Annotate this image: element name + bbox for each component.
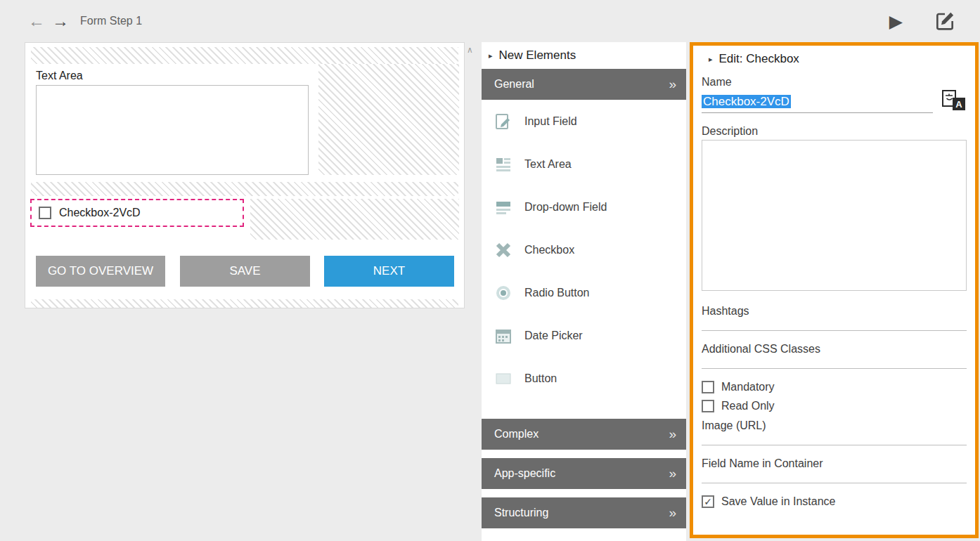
- new-elements-palette: ▸ New Elements General » Input Field: [482, 42, 686, 541]
- radio-button-icon: [494, 284, 512, 302]
- section-header-general[interactable]: General »: [482, 69, 686, 100]
- hatched-dropzone-top: [31, 47, 458, 64]
- palette-item-dropdown-field[interactable]: Drop-down Field: [482, 185, 686, 228]
- collapse-chevron-icon: »: [669, 77, 676, 92]
- collapse-chevron-icon: »: [669, 466, 676, 481]
- save-value-label: Save Value in Instance: [721, 495, 835, 508]
- scroll-up-icon[interactable]: ∧: [467, 45, 473, 55]
- palette-item-checkbox[interactable]: Checkbox: [482, 228, 686, 271]
- palette-item-label: Button: [524, 372, 557, 385]
- mandatory-label: Mandatory: [721, 381, 775, 393]
- readonly-checkbox-row[interactable]: Read Only: [702, 400, 967, 412]
- edit-panel-title: Edit: Checkbox: [719, 52, 799, 66]
- palette-item-date-picker[interactable]: Date Picker: [482, 314, 686, 357]
- section-header-complex[interactable]: Complex »: [482, 419, 686, 450]
- palette-item-label: Text Area: [524, 158, 572, 171]
- hatched-dropzone-right-2: [250, 199, 459, 240]
- svg-text:A: A: [955, 99, 962, 110]
- palette-item-label: Checkbox: [524, 244, 574, 256]
- hashtags-label: Hashtags: [702, 304, 967, 318]
- new-elements-title: New Elements: [499, 48, 576, 63]
- image-url-label: Image (URL): [702, 419, 967, 433]
- mandatory-checkbox-row[interactable]: Mandatory: [702, 381, 967, 393]
- topbar: ← → Form Step 1 ▶: [0, 0, 980, 42]
- button-icon: [494, 370, 512, 388]
- textarea-field-preview[interactable]: [36, 85, 309, 175]
- page-title: Form Step 1: [80, 15, 142, 27]
- palette-item-label: Input Field: [524, 115, 577, 128]
- palette-item-radio-button[interactable]: Radio Button: [482, 271, 686, 314]
- palette-item-label: Date Picker: [524, 330, 583, 342]
- topbar-actions: ▶: [889, 10, 956, 32]
- forward-arrow-icon[interactable]: →: [52, 13, 69, 30]
- name-input[interactable]: Checkbox-2VcD: [702, 93, 933, 113]
- go-to-overview-button[interactable]: GO TO OVERVIEW: [36, 256, 165, 287]
- triangle-right-icon: ▸: [709, 55, 713, 64]
- edit-panel-header[interactable]: ▸ Edit: Checkbox: [702, 46, 967, 72]
- checkbox-icon: [494, 241, 512, 259]
- section-structuring-label: Structuring: [494, 507, 548, 519]
- palette-item-input-field[interactable]: Input Field: [482, 100, 686, 143]
- translate-icon[interactable]: A: [941, 89, 967, 112]
- description-label: Description: [702, 124, 967, 138]
- mandatory-checkbox[interactable]: [702, 381, 714, 393]
- text-area-icon: [494, 155, 512, 174]
- name-label: Name: [702, 75, 967, 89]
- input-field-icon: [494, 112, 512, 131]
- edit-compose-icon[interactable]: [934, 10, 956, 32]
- form-preview-canvas: Text Area Checkbox-2VcD GO TO OVERVIEW S…: [25, 42, 465, 308]
- selected-checkbox-element[interactable]: Checkbox-2VcD: [30, 199, 244, 227]
- palette-item-button[interactable]: Button: [482, 357, 686, 400]
- palette-item-label: Drop-down Field: [524, 201, 607, 214]
- section-header-app-specific[interactable]: App-specific »: [482, 458, 686, 489]
- save-value-checkbox-row[interactable]: ✓ Save Value in Instance: [702, 495, 967, 508]
- palette-item-label: Radio Button: [524, 287, 590, 299]
- section-app-specific-label: App-specific: [494, 467, 555, 480]
- field-name-input[interactable]: [702, 471, 967, 483]
- next-button[interactable]: NEXT: [324, 256, 454, 287]
- image-url-input[interactable]: [702, 433, 967, 445]
- collapse-chevron-icon: »: [669, 505, 676, 521]
- save-value-checkbox[interactable]: ✓: [702, 495, 714, 508]
- play-icon[interactable]: ▶: [889, 11, 903, 32]
- hatched-dropzone-bottom: [31, 299, 458, 308]
- form-builder-app: ← → Form Step 1 ▶ Text Area Checkbox-2Vc…: [0, 0, 980, 541]
- readonly-checkbox[interactable]: [702, 400, 714, 412]
- css-classes-label: Additional CSS Classes: [702, 342, 967, 356]
- textarea-field-label: Text Area: [36, 70, 83, 82]
- css-classes-input[interactable]: [702, 356, 967, 369]
- collapse-chevron-icon: »: [669, 426, 676, 442]
- hatched-dropzone-middle: [31, 182, 458, 196]
- save-button[interactable]: SAVE: [180, 256, 310, 287]
- back-arrow-icon[interactable]: ←: [28, 13, 45, 30]
- field-name-label: Field Name in Container: [702, 457, 967, 471]
- edit-properties-panel: ▸ Edit: Checkbox Name Checkbox-2VcD A: [690, 42, 979, 538]
- readonly-label: Read Only: [721, 400, 775, 412]
- section-header-structuring[interactable]: Structuring »: [482, 497, 686, 528]
- description-textarea[interactable]: [702, 140, 967, 291]
- hashtags-input[interactable]: [702, 318, 967, 331]
- checkbox-preview-box[interactable]: [39, 207, 51, 219]
- section-complex-label: Complex: [494, 428, 539, 441]
- section-general-label: General: [494, 78, 534, 91]
- name-input-selected-text: Checkbox-2VcD: [702, 95, 791, 108]
- canvas-scrollbar[interactable]: ∧: [465, 42, 477, 541]
- new-elements-header[interactable]: ▸ New Elements: [482, 42, 686, 69]
- checkbox-preview-label: Checkbox-2VcD: [59, 207, 141, 219]
- hatched-dropzone-right-1: [318, 64, 459, 175]
- name-field-row: Checkbox-2VcD A: [702, 89, 967, 113]
- date-picker-icon: [494, 327, 512, 345]
- palette-item-text-area[interactable]: Text Area: [482, 143, 686, 185]
- triangle-right-icon: ▸: [489, 51, 493, 60]
- dropdown-field-icon: [494, 198, 512, 216]
